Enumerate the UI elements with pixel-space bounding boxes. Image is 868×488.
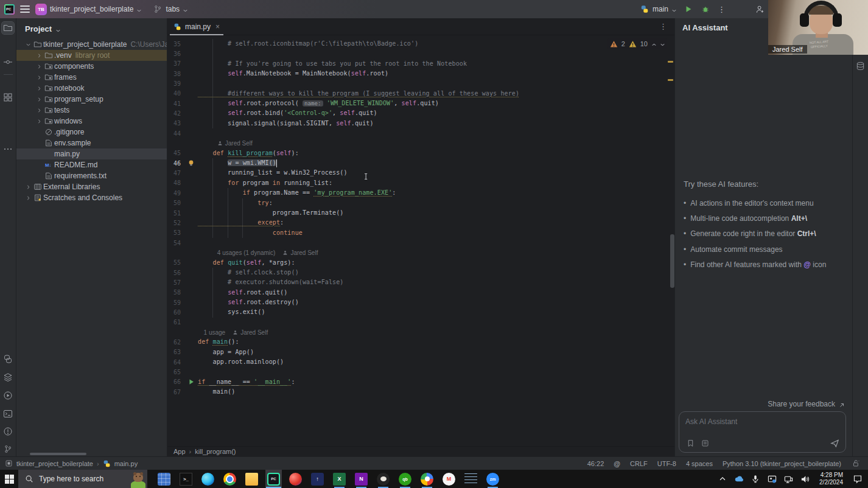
feedback-link[interactable]: Share your feedback	[768, 400, 844, 408]
code-with-me-icon[interactable]	[755, 4, 765, 14]
run-configuration[interactable]: main	[640, 4, 676, 14]
expand-chevron-icon[interactable]	[35, 75, 43, 80]
main-menu-icon[interactable]	[20, 5, 30, 13]
tree-item-notebook[interactable]: notebook	[16, 83, 167, 94]
debug-button[interactable]	[701, 4, 710, 14]
taskbar-app-calculator-icon[interactable]	[156, 470, 172, 488]
caret-position[interactable]: 46:22	[587, 460, 604, 467]
taskbar-app-file-explorer-icon[interactable]	[243, 470, 260, 488]
expand-chevron-icon[interactable]	[35, 108, 43, 113]
status-project[interactable]: tkinter_project_boilerplate	[16, 460, 93, 467]
author-hint[interactable]: Jared Self	[290, 249, 318, 256]
line-ending[interactable]: CRLF	[630, 460, 648, 467]
taskbar-app-edge-icon[interactable]	[200, 470, 216, 488]
tree-item-main-py[interactable]: main.py	[16, 148, 167, 159]
ai-assistant-input[interactable]	[679, 412, 845, 431]
expand-chevron-icon[interactable]	[35, 119, 43, 124]
expand-chevron-icon[interactable]	[35, 64, 43, 69]
tree-item-readme-md[interactable]: M↓README.md	[16, 159, 167, 170]
taskbar-app-chrome-icon[interactable]	[222, 470, 238, 488]
intention-bulb-icon[interactable]	[184, 159, 198, 167]
tree-item-external-libraries[interactable]: External Libraries	[16, 181, 167, 192]
tree-item-tests[interactable]: tests	[16, 105, 167, 116]
chevron-up-icon[interactable]	[651, 41, 656, 46]
vcs-widget[interactable]: tabs	[153, 4, 187, 14]
tree-item-components[interactable]: components	[16, 61, 167, 72]
expand-chevron-icon[interactable]	[35, 97, 43, 102]
onedrive-icon[interactable]	[733, 473, 744, 484]
taskbar-app-meet-icon[interactable]: M	[441, 470, 457, 488]
project-widget[interactable]: TB tkinter_project_boilerplate	[35, 4, 141, 15]
expand-chevron-icon[interactable]	[24, 195, 32, 201]
tree-item-program-setup[interactable]: program_setup	[16, 94, 167, 105]
expand-chevron-icon[interactable]	[24, 42, 32, 47]
more-actions-icon[interactable]: ⋮	[718, 5, 726, 14]
expand-chevron-icon[interactable]	[35, 53, 43, 58]
tab-options-icon[interactable]: ⋮	[659, 22, 667, 31]
status-file[interactable]: main.py	[114, 460, 138, 467]
tree-item--venv[interactable]: .venvlibrary root	[16, 50, 167, 61]
commit-tool-icon[interactable]	[2, 56, 14, 68]
editor-scrollbar[interactable]	[670, 234, 674, 288]
tree-item-env-sample[interactable]: env.sample	[16, 138, 167, 148]
run-button[interactable]	[684, 4, 693, 14]
close-icon[interactable]: ×	[215, 23, 220, 31]
send-icon[interactable]	[830, 438, 839, 448]
taskbar-app-zoom-icon[interactable]: zm	[485, 470, 501, 488]
tree-item--gitignore[interactable]: .gitignore	[16, 127, 167, 138]
taskbar-app-quickbooks-icon[interactable]: qb	[397, 470, 413, 488]
file-encoding[interactable]: UTF-8	[657, 460, 676, 467]
run-line-icon[interactable]	[184, 378, 198, 385]
volume-icon[interactable]	[799, 473, 810, 484]
usages-hint[interactable]: 1 usage	[204, 329, 226, 336]
clock[interactable]: 4:28 PM 2/2/2024	[816, 472, 847, 487]
start-button[interactable]	[0, 470, 18, 488]
taskbar-app-pycharm-icon[interactable]: PC	[265, 470, 282, 488]
network-icon[interactable]	[783, 473, 794, 484]
lock-open-icon[interactable]	[851, 459, 861, 469]
structure-tool-icon[interactable]	[2, 91, 14, 103]
screen-share-icon[interactable]	[766, 473, 777, 484]
author-hint[interactable]: Jared Self	[240, 329, 268, 336]
git-tool-icon[interactable]	[2, 443, 14, 455]
chevron-up-icon[interactable]	[717, 473, 728, 484]
horizontal-scrollbar[interactable]	[30, 453, 86, 455]
services-layers-icon[interactable]	[2, 371, 14, 383]
microphone-icon[interactable]	[750, 473, 761, 484]
taskbar-app-onenote-icon[interactable]: N	[353, 470, 369, 488]
taskbar-app-terminal-cmd-icon[interactable]: >_	[178, 470, 194, 488]
inspections-widget[interactable]: 2 10	[607, 38, 667, 49]
breadcrumb-item[interactable]: App	[173, 448, 186, 455]
tab-main-py[interactable]: main.py ×	[167, 18, 226, 35]
taskbar-app-dark-circle-app-icon[interactable]	[375, 470, 391, 488]
taskbar-app-navy-app-icon[interactable]: ↑	[309, 470, 326, 488]
more-tools-icon[interactable]	[2, 143, 14, 155]
project-tool-icon[interactable]	[2, 22, 14, 34]
taskbar-app-excel-icon[interactable]: X	[331, 470, 348, 488]
taskbar-app-notepad-icon[interactable]	[463, 470, 479, 488]
python-packages-icon[interactable]	[2, 353, 14, 365]
terminal-tool-icon[interactable]	[2, 408, 14, 420]
author-hint[interactable]: Jared Self	[225, 140, 253, 147]
tree-item-scratches-and-consoles[interactable]: Scratches and Consoles	[16, 192, 167, 203]
tree-item-tkinter-project-boilerplate[interactable]: tkinter_project_boilerplateC:\Users\Jare…	[16, 39, 167, 50]
database-tool-icon[interactable]	[855, 60, 867, 72]
taskbar-app-google-colorful-icon[interactable]	[419, 470, 435, 488]
code-editor[interactable]: 35 # self.root.iconbitmap(r'C:\filepath\…	[167, 35, 674, 446]
ai-status-icon[interactable]: @	[614, 460, 620, 467]
usages-hint[interactable]: 4 usages (1 dynamic)	[217, 249, 276, 256]
indent-setting[interactable]: 4 spaces	[686, 460, 713, 467]
taskbar-app-media-red-icon[interactable]	[287, 470, 304, 488]
tree-item-frames[interactable]: frames	[16, 72, 167, 83]
notifications-icon[interactable]	[852, 473, 863, 484]
taskbar-search[interactable]: Type here to search	[18, 470, 147, 488]
expand-chevron-icon[interactable]	[24, 184, 32, 190]
chevron-down-icon[interactable]	[660, 41, 665, 46]
run-tool-icon[interactable]	[2, 389, 14, 402]
python-interpreter[interactable]: Python 3.10 (tkinter_project_boilerplate…	[723, 460, 841, 467]
problems-tool-icon[interactable]	[2, 425, 14, 437]
breadcrumb-item[interactable]: kill_program()	[195, 448, 236, 455]
tree-item-requirements-txt[interactable]: requirements.txt	[16, 170, 167, 181]
prompt-library-icon[interactable]	[685, 438, 695, 448]
expand-chevron-icon[interactable]	[35, 86, 43, 91]
